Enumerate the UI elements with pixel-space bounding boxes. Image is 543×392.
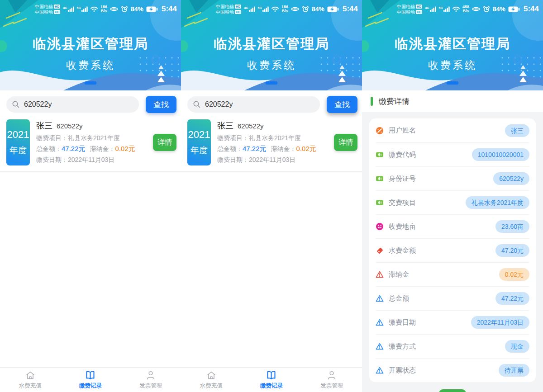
total-amount: 47.22元	[62, 145, 86, 152]
carrier-2: 中国移动	[35, 9, 53, 14]
record-date-line: 缴费日期：2022年11月03日	[217, 156, 334, 164]
bottom-nav: 水费充值 缴费记录 发票管理	[181, 367, 362, 392]
section-header: 缴费详情	[362, 90, 543, 112]
carrier-labels: 中国电信HD 中国移动HD	[216, 4, 241, 14]
detail-row: 开票状态 待开票	[376, 358, 529, 382]
confirm-pay-button[interactable]	[439, 389, 466, 392]
smiley-pink-icon	[376, 222, 384, 231]
person-icon	[326, 370, 337, 381]
value-pill: 礼县水务2021年度	[466, 196, 529, 209]
nav-water-recharge[interactable]: 水费充值	[0, 368, 60, 392]
payer-account: 620522y	[238, 122, 264, 130]
record-amount-line: 总金额：47.22元滞纳金：0.02元	[217, 145, 334, 153]
hd-badge: HD	[54, 5, 60, 9]
battery-percent: 84%	[312, 5, 324, 13]
tag-red-icon	[376, 246, 384, 255]
home-indicator	[85, 81, 97, 85]
record-info: 张三 620522y 缴费项目：礼县水务2021年度 总金额：47.22元滞纳金…	[217, 119, 334, 164]
home-indicator	[266, 81, 278, 85]
search-button[interactable]: 查找	[146, 96, 176, 113]
carrier-labels: 中国电信HD 中国移动HD	[35, 4, 60, 14]
battery-icon	[508, 6, 520, 12]
value-pill: 620522y	[493, 172, 529, 185]
network-speed: 186B/s	[100, 5, 107, 13]
warning-triangle-blue-icon	[376, 318, 384, 326]
payment-record-card: 2021 年度 张三 620522y 缴费项目：礼县水务2021年度 总金额：4…	[187, 119, 357, 165]
battery-percent: 84%	[493, 5, 505, 13]
payer-account: 620522y	[57, 122, 83, 130]
alarm-icon	[302, 5, 309, 13]
hd-badge: HD	[416, 5, 422, 9]
signal-5g-icon: 5G	[77, 6, 88, 12]
carrier-labels: 中国电信HD 中国移动HD	[397, 4, 422, 14]
eye-icon	[291, 6, 299, 12]
detail-button[interactable]: 详情	[153, 134, 176, 151]
late-fee-amount: 0.02元	[115, 145, 135, 152]
value-pill: 张三	[505, 124, 529, 137]
nav-water-recharge[interactable]: 水费充值	[181, 368, 241, 392]
app-header: 中国电信HD 中国移动HD 4G 5G 186B/s 84% 5:44 临洮县灌…	[181, 0, 362, 90]
app-subtitle: 收费系统	[362, 58, 543, 72]
payer-name: 张三	[217, 120, 233, 131]
search-screen: 620522y 查找 2021 年度 张三 620522y 缴费项目：礼县水务2…	[0, 90, 181, 392]
value-pill: 47.20元	[495, 244, 529, 257]
nav-payment-records[interactable]: 缴费记录	[60, 368, 120, 392]
signal-5g-icon: 5G	[258, 6, 269, 12]
year-badge: 2021 年度	[187, 119, 211, 165]
signal-4g-icon: 4G	[63, 6, 74, 12]
record-date-line: 缴费日期：2022年11月03日	[36, 156, 153, 164]
value-pill: 现金	[505, 340, 529, 353]
three-screenshot-strip: 中国电信HD 中国移动HD 4G 5G 186B/s 84% 5:44 临洮县灌…	[0, 0, 543, 392]
phone-screen-detail: 中国电信HD 中国移动HD 4G 5G 458B/s 84% 5:44 临洮县灌…	[362, 0, 543, 392]
detail-row: 交费项目 礼县水务2021年度	[376, 190, 529, 214]
app-header: 中国电信HD 中国移动HD 4G 5G 186B/s 84% 5:44 临洮县灌…	[0, 0, 181, 90]
app-header: 中国电信HD 中国移动HD 4G 5G 458B/s 84% 5:44 临洮县灌…	[362, 0, 543, 90]
alarm-icon	[483, 5, 490, 13]
detail-button[interactable]: 详情	[334, 134, 357, 151]
battery-icon	[146, 6, 158, 12]
detail-background: 用户姓名 张三 缴费代码 1010010020001 身份证号 620522y	[362, 112, 543, 392]
bottom-nav: 水费充值 缴费记录 发票管理	[0, 367, 181, 392]
hd-badge: HD	[416, 10, 422, 14]
detail-row: 缴费方式 现金	[376, 334, 529, 358]
search-input[interactable]: 620522y	[187, 96, 320, 113]
person-icon	[145, 370, 156, 381]
clock-time: 5:44	[162, 5, 177, 14]
network-speed: 458B/s	[462, 5, 469, 13]
signal-4g-icon: 4G	[244, 6, 255, 12]
detail-row: 收费地亩 23.60亩	[376, 214, 529, 238]
phone-screen-search-2: 中国电信HD 中国移动HD 4G 5G 186B/s 84% 5:44 临洮县灌…	[181, 0, 362, 392]
carrier-1: 中国电信	[35, 4, 53, 9]
record-amount-line: 总金额：47.22元滞纳金：0.02元	[36, 145, 153, 153]
warning-triangle-blue-icon	[376, 366, 384, 374]
clock-time: 5:44	[524, 5, 539, 14]
divider	[181, 171, 362, 172]
home-icon	[25, 370, 36, 381]
payer-name: 张三	[36, 120, 52, 131]
value-pill: 待开票	[499, 364, 529, 377]
wifi-icon	[90, 6, 98, 12]
hd-badge: HD	[54, 10, 60, 14]
search-query: 620522y	[205, 100, 233, 109]
detail-row: 总金额 47.22元	[376, 286, 529, 310]
search-input[interactable]: 620522y	[6, 96, 139, 113]
signal-4g-icon: 4G	[425, 6, 436, 12]
card-green-icon	[376, 198, 384, 207]
warning-triangle-red-icon	[376, 270, 384, 279]
search-icon	[12, 100, 20, 109]
nav-payment-records[interactable]: 缴费记录	[241, 368, 301, 392]
card-green-icon	[376, 175, 384, 183]
nav-invoice-management[interactable]: 发票管理	[302, 368, 362, 392]
battery-percent: 84%	[131, 5, 143, 13]
app-subtitle: 收费系统	[181, 58, 362, 72]
nav-invoice-management[interactable]: 发票管理	[121, 368, 181, 392]
app-title: 临洮县灌区管理局	[181, 35, 362, 53]
value-pill: 2022年11月03日	[471, 316, 529, 329]
search-button[interactable]: 查找	[327, 96, 357, 113]
record-project-line: 缴费项目：礼县水务2021年度	[36, 134, 153, 142]
eye-icon	[110, 6, 118, 12]
pen-orange-icon	[376, 127, 384, 135]
hd-badge: HD	[235, 10, 241, 14]
wifi-icon	[272, 6, 279, 12]
battery-icon	[327, 6, 339, 12]
